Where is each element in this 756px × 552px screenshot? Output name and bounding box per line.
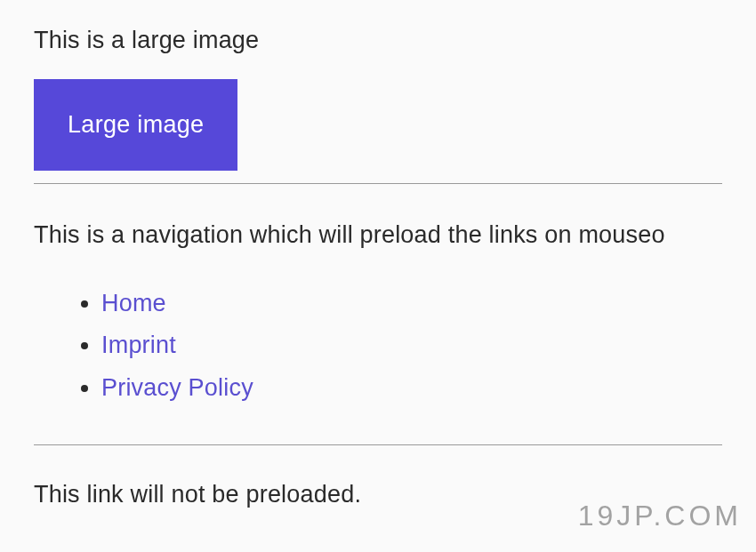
- nav-list: Home Imprint Privacy Policy: [34, 283, 722, 409]
- list-item: Imprint: [101, 324, 722, 366]
- list-item: Privacy Policy: [101, 367, 722, 409]
- nav-link-imprint[interactable]: Imprint: [101, 332, 176, 358]
- nav-link-privacy-policy[interactable]: Privacy Policy: [101, 374, 253, 401]
- large-image-label: Large image: [68, 111, 204, 138]
- nav-link-home[interactable]: Home: [101, 290, 166, 316]
- divider-1: [34, 183, 722, 184]
- large-image-box: Large image: [34, 79, 237, 171]
- list-item: Home: [101, 283, 722, 324]
- nav-section-intro: This is a navigation which will preload …: [34, 221, 722, 249]
- watermark-text: 19JP.COM: [578, 500, 742, 532]
- divider-2: [34, 444, 722, 445]
- image-section-intro: This is a large image: [34, 27, 722, 54]
